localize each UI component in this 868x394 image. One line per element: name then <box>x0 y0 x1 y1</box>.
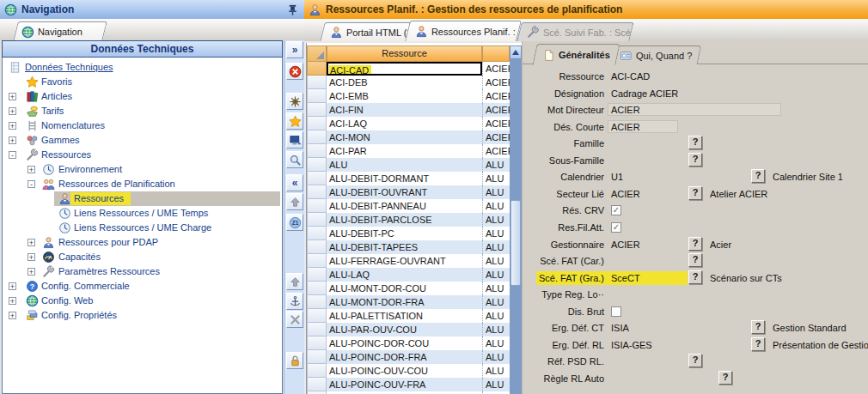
detail-tab-1[interactable]: Généralités <box>532 44 620 65</box>
row-header[interactable] <box>307 185 327 199</box>
collapse-icon[interactable]: - <box>9 151 16 159</box>
lookup-button[interactable]: ? <box>688 153 702 167</box>
tree-item[interactable]: Liens Ressources / UME Temps <box>3 206 282 221</box>
table-row[interactable]: ALU-PAR-OUV-COUALU <box>307 323 523 336</box>
lookup-button[interactable]: ? <box>751 169 765 183</box>
window-tab-1[interactable]: Portail HTML (17:09) <box>320 22 411 41</box>
window-tab-2[interactable]: Ressources Planif. : Ges... <box>405 21 522 41</box>
row-header[interactable] <box>307 282 327 295</box>
column-header-resource[interactable]: Ressource <box>327 45 482 62</box>
expand-icon[interactable]: + <box>9 136 16 144</box>
table-row[interactable]: ALU-DEBIT-TAPEESALU <box>307 240 523 254</box>
row-header[interactable] <box>307 378 327 391</box>
tree-item[interactable]: +Nomenclatures <box>3 118 282 133</box>
scroll-up-button[interactable] <box>510 45 522 59</box>
pin-icon[interactable] <box>286 3 299 16</box>
row-header[interactable] <box>307 130 327 144</box>
table-row[interactable]: ALU-DEBIT-PCALU <box>307 227 523 240</box>
table-row[interactable]: ACI-FINACIER <box>307 103 523 117</box>
tree-item[interactable]: -Ressources de Planification <box>3 177 282 191</box>
scroll-thumb[interactable] <box>510 200 521 286</box>
tree-item[interactable]: +Gammes <box>3 133 282 148</box>
collapse-left-button[interactable]: « <box>286 174 303 191</box>
row-header[interactable] <box>307 89 327 103</box>
expand-icon[interactable]: + <box>9 93 16 100</box>
table-row[interactable]: ALU-LAQALU <box>307 268 523 282</box>
checkbox-checked[interactable]: ✓ <box>611 222 621 233</box>
table-row[interactable]: ALU-POINC-OUV-COUALU <box>307 364 523 378</box>
expand-icon[interactable]: + <box>28 268 35 276</box>
row-header[interactable] <box>307 213 327 227</box>
row-header[interactable] <box>307 254 327 268</box>
tree-item[interactable]: +Tarifs <box>3 104 282 118</box>
table-row[interactable]: ACI-MONACIER <box>307 130 523 144</box>
table-row[interactable]: ACI-LAQACIER <box>307 117 523 130</box>
expand-icon[interactable]: + <box>9 282 16 290</box>
anchor-button[interactable] <box>286 293 303 310</box>
tree-item[interactable]: +Config. Web <box>3 294 282 308</box>
select-all-corner[interactable] <box>307 45 327 62</box>
table-row[interactable]: ALU-DEBIT-OUVRANTALU <box>307 185 523 199</box>
tree-item[interactable]: Données Techniques <box>3 60 282 75</box>
lock-button[interactable] <box>286 352 303 369</box>
lookup-button[interactable]: ? <box>688 270 702 284</box>
lookup-button[interactable]: ? <box>688 253 702 267</box>
move-up-button[interactable] <box>286 273 303 290</box>
table-scrollbar[interactable] <box>510 45 522 394</box>
table-row[interactable]: ALU-DEBIT-PARCLOSEALU <box>307 213 523 227</box>
table-row[interactable]: ALU-POINC-DOR-COUALU <box>307 336 523 350</box>
tree-item[interactable]: Favoris <box>3 75 282 89</box>
row-header[interactable] <box>307 117 327 130</box>
table-row[interactable]: ALU-PALETTISATIONALU <box>307 309 523 323</box>
checkbox-unchecked[interactable] <box>611 306 621 317</box>
zoom-z1-button[interactable]: Z1 <box>286 214 303 231</box>
move-up-button[interactable] <box>286 193 303 210</box>
row-header[interactable] <box>307 364 327 378</box>
wheel-button[interactable] <box>286 93 303 110</box>
table-row[interactable]: ACI-PARACIER <box>307 144 523 158</box>
cell-resource[interactable]: ACI-CAD <box>327 62 482 76</box>
lookup-button[interactable]: ? <box>751 337 765 351</box>
tree-item[interactable]: +Config. Propriétés <box>3 308 282 323</box>
lookup-button[interactable]: ? <box>718 371 732 385</box>
lookup-button[interactable]: ? <box>688 136 702 149</box>
expand-right-button[interactable]: » <box>286 41 303 58</box>
table-row[interactable]: ALUALU <box>307 158 523 172</box>
table-row[interactable]: ACI-EMBACIER <box>307 89 523 103</box>
checkbox-checked[interactable]: ✓ <box>611 205 621 215</box>
row-header[interactable] <box>307 227 327 240</box>
tree-item[interactable]: Liens Ressources / UME Charge <box>3 221 282 235</box>
expand-icon[interactable]: + <box>28 239 35 246</box>
table-row[interactable]: ALU-MONT-DOR-FRAALU <box>307 295 523 309</box>
row-header[interactable] <box>307 103 327 117</box>
row-header[interactable] <box>307 172 327 185</box>
row-header[interactable] <box>307 350 327 364</box>
table-row[interactable]: ALU-POINC-OUV-FRAALU <box>307 378 523 391</box>
expand-icon[interactable]: + <box>28 166 35 173</box>
lookup-button[interactable]: ? <box>688 237 702 251</box>
lookup-button[interactable]: ? <box>688 354 702 367</box>
row-header[interactable] <box>307 199 327 213</box>
expand-icon[interactable]: + <box>9 297 16 305</box>
row-header[interactable] <box>307 295 327 309</box>
row-header[interactable] <box>307 144 327 158</box>
tree-item[interactable]: +Ressources pour PDAP <box>3 235 282 250</box>
row-header[interactable] <box>307 336 327 350</box>
tree-item[interactable]: +?Config. Commerciale <box>3 279 282 294</box>
tree-item[interactable]: +Articles <box>3 89 282 104</box>
monitor-button[interactable] <box>286 131 303 149</box>
detail-tab-2[interactable]: Qui, Quand ? <box>610 45 702 64</box>
window-tab-3[interactable]: Scé. Suivi Fab. : Scénari... <box>517 22 633 41</box>
expand-icon[interactable]: + <box>28 253 35 261</box>
table-row[interactable]: ALU-MONT-DOR-COUALU <box>307 282 523 295</box>
tree-item[interactable]: +Paramètres Ressources <box>3 264 282 279</box>
row-header[interactable] <box>307 158 327 172</box>
expand-icon[interactable]: + <box>9 122 16 130</box>
collapse-icon[interactable]: - <box>28 180 35 188</box>
close-button[interactable] <box>286 63 303 80</box>
row-header[interactable] <box>307 323 327 336</box>
table-row[interactable]: ALU-DEBIT-DORMANTALU <box>307 172 523 185</box>
expand-icon[interactable]: + <box>9 107 16 115</box>
tab-navigation[interactable]: Navigation <box>13 21 107 41</box>
tree-item[interactable]: -Ressources <box>3 148 282 162</box>
